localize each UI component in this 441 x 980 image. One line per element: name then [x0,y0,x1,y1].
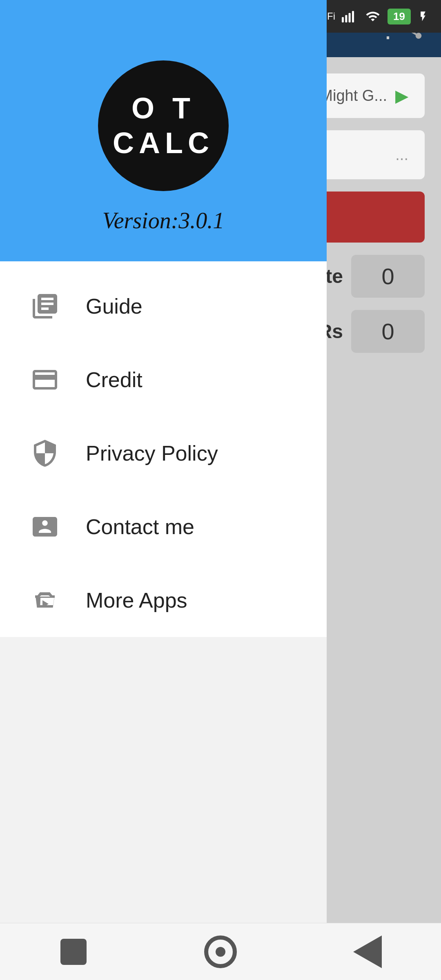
bg-rate-value: 0 [381,263,394,290]
version-text: Version:3.0.1 [102,207,225,234]
home-icon [204,935,237,968]
home-button[interactable] [196,927,245,976]
contact-icon [29,510,61,543]
svg-rect-4 [342,17,344,22]
menu-item-contact[interactable]: Contact me [0,490,327,564]
bg-rate-input: 0 [351,255,425,298]
bottom-navigation [0,923,441,980]
contact-label: Contact me [86,514,194,539]
bg-play-icon: ▶ [395,86,408,106]
back-icon [353,935,382,968]
credit-icon [29,363,61,396]
drawer-header: O T CALC Version:3.0.1 [0,0,327,261]
bg-rate-label: te [325,265,343,287]
credit-svg-icon [30,365,60,394]
svg-rect-7 [352,11,354,22]
menu-item-more-apps[interactable]: More Apps [0,564,327,637]
logo-line1: O T [131,92,195,125]
recent-icon [60,939,87,965]
guide-label: Guide [86,294,143,318]
bg-card-top-text: Might G... [320,87,387,105]
back-button[interactable] [343,927,392,976]
privacy-label: Privacy Policy [86,441,218,466]
more-apps-label: More Apps [86,588,187,612]
contact-svg-icon [30,512,60,541]
bg-total-input: 0 [351,310,425,353]
bg-total-value: 0 [381,318,394,345]
battery-indicator: 19 [388,9,411,24]
more-apps-svg-icon [30,586,60,615]
more-apps-icon [29,584,61,617]
logo-line2: CALC [113,127,214,159]
credit-label: Credit [86,368,143,392]
recent-apps-button[interactable] [49,927,98,976]
menu-item-guide[interactable]: Guide [0,270,327,343]
signal-icon-2 [342,9,358,24]
guide-icon [29,290,61,323]
app-logo: O T CALC [98,60,229,191]
menu-item-credit[interactable]: Credit [0,343,327,416]
wifi-icon [365,9,381,24]
charging-icon [417,8,429,24]
privacy-icon [29,437,61,470]
navigation-drawer: O T CALC Version:3.0.1 Guide Credit [0,0,327,980]
drawer-empty-space [0,637,327,972]
svg-rect-5 [345,15,347,22]
battery-level: 19 [393,10,405,22]
menu-item-privacy[interactable]: Privacy Policy [0,416,327,490]
privacy-svg-icon [30,439,60,468]
svg-rect-6 [349,13,351,22]
drawer-menu: Guide Credit Privacy Policy [0,261,327,980]
bg-card-mid-text: ... [395,146,408,164]
guide-svg-icon [30,292,60,321]
